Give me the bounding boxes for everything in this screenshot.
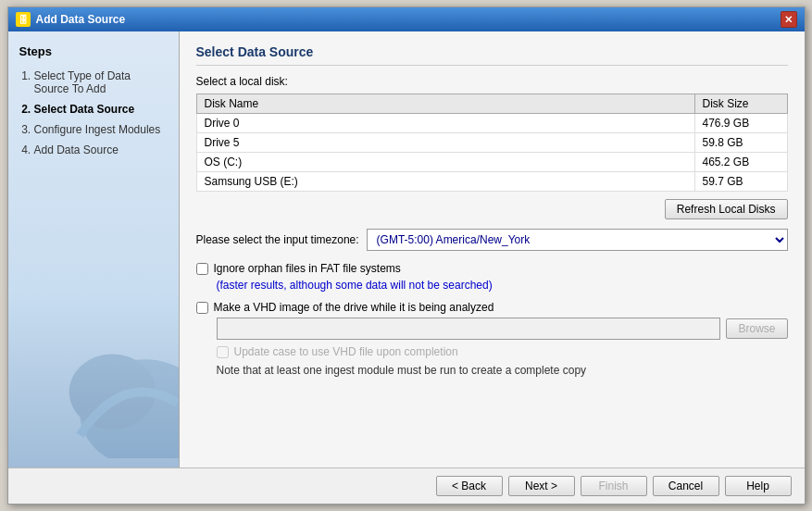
update-case-row: Update case to use VHD file upon complet… xyxy=(196,345,788,358)
orphan-checkbox[interactable] xyxy=(196,263,208,275)
content-area: Steps Select Type of Data Source To Add … xyxy=(8,31,805,467)
browse-button[interactable]: Browse xyxy=(726,318,787,339)
timezone-select[interactable]: (GMT-5:00) America/New_York (GMT-6:00) A… xyxy=(367,229,788,251)
main-title: Select Data Source xyxy=(196,44,788,66)
table-row[interactable]: OS (C:) 465.2 GB xyxy=(196,153,787,172)
section-label: Select a local disk: xyxy=(196,75,788,88)
note-text: Note that at least one ingest module mus… xyxy=(196,364,788,377)
refresh-button[interactable]: Refresh Local Disks xyxy=(665,199,788,219)
main-panel: Select Data Source Select a local disk: … xyxy=(180,31,805,467)
table-row[interactable]: Samsung USB (E:) 59.7 GB xyxy=(196,172,787,192)
disk-name: OS (C:) xyxy=(196,153,694,172)
finish-button[interactable]: Finish xyxy=(581,476,647,496)
disk-size: 59.8 GB xyxy=(694,133,787,153)
window-title: Add Data Source xyxy=(36,13,126,26)
window-icon: 🗄 xyxy=(16,12,31,27)
vhd-checkbox-label: Make a VHD image of the drive while it i… xyxy=(214,301,494,314)
disk-size: 59.7 GB xyxy=(694,172,787,192)
orphan-checkbox-label: Ignore orphan files in FAT file systems xyxy=(214,262,401,275)
orphan-note: (faster results, although some data will… xyxy=(196,279,788,292)
cancel-button[interactable]: Cancel xyxy=(653,476,719,496)
vhd-path-input[interactable] xyxy=(217,318,721,340)
timezone-label: Please select the input timezone: xyxy=(196,233,359,246)
step-2: Select Data Source xyxy=(34,103,168,116)
step-4: Add Data Source xyxy=(34,143,168,156)
table-row[interactable]: Drive 0 476.9 GB xyxy=(196,114,787,133)
next-button[interactable]: Next > xyxy=(508,476,575,496)
refresh-row: Refresh Local Disks xyxy=(196,199,788,219)
title-bar-left: 🗄 Add Data Source xyxy=(16,12,126,27)
disk-name: Drive 0 xyxy=(196,114,694,133)
step-1: Select Type of Data Source To Add xyxy=(34,69,168,95)
help-button[interactable]: Help xyxy=(725,476,792,496)
footer: < Back Next > Finish Cancel Help xyxy=(8,467,805,504)
disk-size: 476.9 GB xyxy=(694,114,787,133)
vhd-path-row: Browse xyxy=(196,318,788,340)
table-row[interactable]: Drive 5 59.8 GB xyxy=(196,133,787,153)
disk-name: Samsung USB (E:) xyxy=(196,172,694,192)
update-case-label: Update case to use VHD file upon complet… xyxy=(234,345,458,358)
back-button[interactable]: < Back xyxy=(436,476,503,496)
update-case-checkbox[interactable] xyxy=(217,346,229,358)
vhd-checkbox[interactable] xyxy=(196,302,208,314)
timezone-row: Please select the input timezone: (GMT-5… xyxy=(196,229,788,251)
step-3: Configure Ingest Modules xyxy=(34,123,168,136)
col-header-name: Disk Name xyxy=(196,94,694,114)
sidebar-title: Steps xyxy=(19,44,168,58)
disk-size: 465.2 GB xyxy=(694,153,787,172)
steps-list: Select Type of Data Source To Add Select… xyxy=(19,69,168,156)
col-header-size: Disk Size xyxy=(694,94,787,114)
sidebar-watermark xyxy=(58,347,180,458)
title-bar: 🗄 Add Data Source ✕ xyxy=(8,7,805,31)
orphan-checkbox-row: Ignore orphan files in FAT file systems xyxy=(196,262,788,275)
vhd-checkbox-row: Make a VHD image of the drive while it i… xyxy=(196,301,788,314)
close-button[interactable]: ✕ xyxy=(781,11,797,28)
disk-name: Drive 5 xyxy=(196,133,694,153)
disk-table: Disk Name Disk Size Drive 0 476.9 GB Dri… xyxy=(196,93,788,192)
main-window: 🗄 Add Data Source ✕ Steps Select Type of… xyxy=(7,6,806,505)
sidebar: Steps Select Type of Data Source To Add … xyxy=(8,31,180,467)
